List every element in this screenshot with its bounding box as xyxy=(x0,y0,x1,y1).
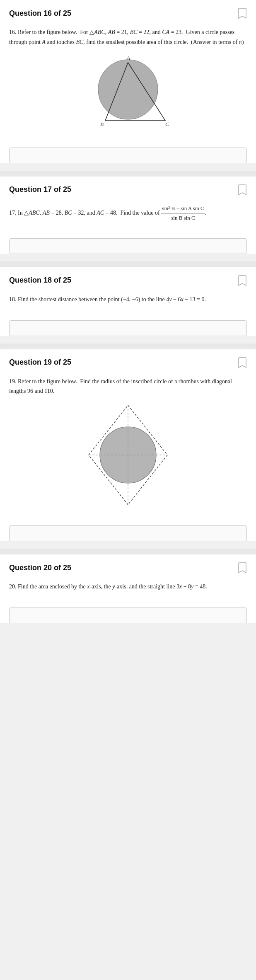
answer-box-20[interactable] xyxy=(9,607,247,623)
bookmark-icon-19[interactable] xyxy=(238,357,247,368)
q18-text: 18. Find the shortest distance between t… xyxy=(9,295,247,305)
question-title-18: Question 18 of 25 xyxy=(9,276,71,285)
question-card-18: Question 18 of 25 18. Find the shortest … xyxy=(0,267,256,336)
question-body-18: 18. Find the shortest distance between t… xyxy=(0,290,256,315)
answer-box-19[interactable] xyxy=(9,525,247,541)
question-card-16: Question 16 of 25 16. Refer to the figur… xyxy=(0,0,256,163)
q16-text: 16. Refer to the figure below. For △ABC,… xyxy=(9,27,247,47)
question-header-20: Question 20 of 25 xyxy=(0,554,256,578)
question-body-16: 16. Refer to the figure below. For △ABC,… xyxy=(0,23,256,142)
divider-19-20 xyxy=(0,549,256,554)
answer-box-18[interactable] xyxy=(9,320,247,336)
question-body-17: 17. In △ABC, AB = 28, BC = 32, and AC = … xyxy=(0,200,256,232)
bookmark-icon-16[interactable] xyxy=(238,7,247,19)
triangle-circle-figure: A B C xyxy=(82,52,174,131)
divider-16-17 xyxy=(0,171,256,177)
question-body-20: 20. Find the area enclosed by the x-axis… xyxy=(0,578,256,602)
question-title-17: Question 17 of 25 xyxy=(9,185,71,194)
question-header-16: Question 16 of 25 xyxy=(0,0,256,23)
q20-text: 20. Find the area enclosed by the x-axis… xyxy=(9,582,247,592)
divider-17-18 xyxy=(0,261,256,267)
q17-fraction: sin² B − sin A sin C sin B sin C xyxy=(161,204,205,223)
svg-point-0 xyxy=(98,60,158,119)
answer-box-17[interactable] xyxy=(9,238,247,254)
question-card-20: Question 20 of 25 20. Find the area encl… xyxy=(0,554,256,623)
q19-text: 19. Refer to the figure below. Find the … xyxy=(9,377,247,397)
question-body-19: 19. Refer to the figure below. Find the … xyxy=(0,373,256,520)
figure-19 xyxy=(9,401,247,509)
rhombus-circle-figure xyxy=(82,401,174,509)
svg-text:A: A xyxy=(126,55,130,61)
question-header-18: Question 18 of 25 xyxy=(0,267,256,290)
bookmark-icon-17[interactable] xyxy=(238,184,247,196)
bookmark-icon-18[interactable] xyxy=(238,275,247,286)
bookmark-icon-20[interactable] xyxy=(238,562,247,573)
answer-box-16[interactable] xyxy=(9,148,247,163)
figure-16: A B C xyxy=(9,52,247,131)
question-header-19: Question 19 of 25 xyxy=(0,349,256,373)
question-title-19: Question 19 of 25 xyxy=(9,358,71,367)
q17-text: 17. In △ABC, AB = 28, BC = 32, and AC = … xyxy=(9,204,247,223)
question-title-16: Question 16 of 25 xyxy=(9,9,71,18)
svg-text:B: B xyxy=(100,121,104,127)
question-title-20: Question 20 of 25 xyxy=(9,564,71,572)
question-header-17: Question 17 of 25 xyxy=(0,177,256,200)
svg-text:C: C xyxy=(165,121,169,127)
divider-18-19 xyxy=(0,344,256,349)
question-card-19: Question 19 of 25 19. Refer to the figur… xyxy=(0,349,256,542)
question-card-17: Question 17 of 25 17. In △ABC, AB = 28, … xyxy=(0,177,256,254)
